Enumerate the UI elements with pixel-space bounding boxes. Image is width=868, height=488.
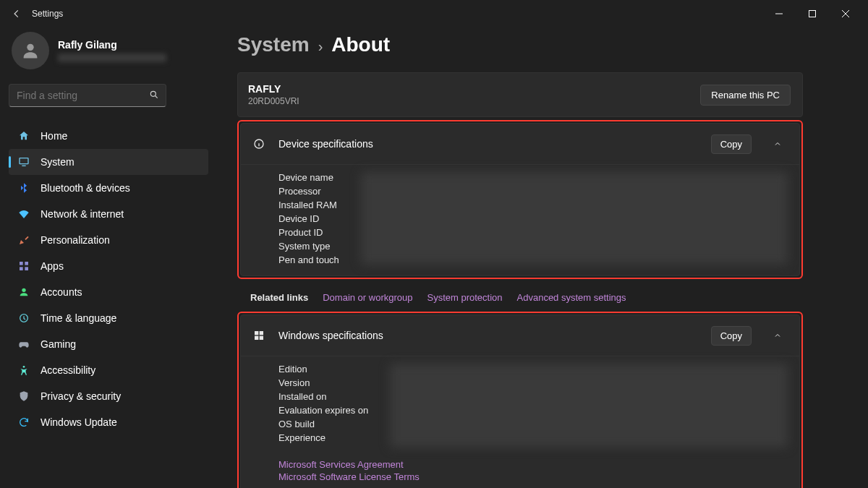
nav-home[interactable]: Home	[9, 123, 208, 149]
related-links-label: Related links	[250, 292, 308, 303]
breadcrumb: System › About	[237, 33, 803, 56]
nav-label: System	[41, 156, 75, 168]
svg-point-8	[22, 288, 25, 292]
spec-label: Device ID	[278, 213, 339, 224]
pc-info-block: RAFLY 20RD005VRI Rename this PC	[237, 72, 803, 117]
copy-windows-button[interactable]: Copy	[711, 326, 752, 346]
svg-rect-3	[20, 158, 28, 164]
svg-rect-12	[255, 331, 258, 335]
rename-pc-button[interactable]: Rename this PC	[700, 85, 791, 106]
minimize-button[interactable]	[762, 2, 796, 25]
accessibility-icon	[17, 364, 30, 377]
spec-label: Version	[278, 377, 368, 388]
spec-label: Processor	[278, 186, 339, 197]
personalization-icon	[17, 234, 30, 247]
nav-network[interactable]: Network & internet	[9, 201, 208, 227]
apps-icon	[17, 260, 30, 273]
spec-label: OS build	[278, 419, 368, 429]
user-profile[interactable]: Rafly Gilang	[9, 30, 208, 71]
time-icon	[17, 312, 30, 325]
device-specs-group: Device specifications Copy Device name P…	[237, 120, 803, 279]
nav-accessibility[interactable]: Accessibility	[9, 357, 208, 383]
gaming-icon	[17, 338, 30, 351]
spec-label: Experience	[278, 432, 368, 443]
pc-model: 20RD005VRI	[248, 96, 299, 106]
svg-rect-15	[260, 336, 263, 340]
nav-windows-update[interactable]: Windows Update	[9, 409, 208, 435]
spec-label: Product ID	[278, 227, 339, 238]
home-icon	[17, 129, 30, 142]
nav-personalization[interactable]: Personalization	[9, 227, 208, 253]
svg-point-10	[23, 366, 25, 368]
info-icon	[252, 138, 265, 150]
windows-specs-group: Windows specifications Copy Edition Vers…	[237, 312, 803, 488]
nav-label: Accessibility	[41, 364, 95, 376]
nav-label: Windows Update	[41, 416, 117, 428]
search-input[interactable]	[9, 84, 166, 107]
bluetooth-icon	[17, 181, 30, 194]
back-button[interactable]	[6, 3, 27, 25]
svg-rect-7	[25, 267, 28, 270]
svg-rect-4	[20, 262, 23, 265]
windows-icon	[252, 330, 265, 341]
chevron-right-icon: ›	[318, 38, 323, 55]
privacy-icon	[17, 390, 30, 403]
device-spec-labels: Device name Processor Installed RAM Devi…	[278, 172, 339, 265]
link-ms-services-agreement[interactable]: Microsoft Services Agreement	[278, 459, 788, 470]
content: System › About RAFLY 20RD005VRI Rename t…	[217, 27, 868, 488]
svg-rect-5	[25, 262, 28, 265]
link-advanced-system-settings[interactable]: Advanced system settings	[517, 292, 626, 303]
user-name: Rafly Gilang	[58, 39, 166, 51]
nav-privacy[interactable]: Privacy & security	[9, 383, 208, 409]
titlebar: Settings	[0, 0, 868, 27]
accounts-icon	[17, 286, 30, 299]
app-title: Settings	[32, 9, 63, 19]
nav-label: Home	[41, 130, 67, 142]
svg-rect-14	[255, 336, 258, 340]
nav-bluetooth[interactable]: Bluetooth & devices	[9, 175, 208, 201]
nav-label: Personalization	[41, 234, 110, 246]
network-icon	[17, 207, 30, 221]
svg-point-1	[27, 44, 33, 51]
link-domain-workgroup[interactable]: Domain or workgroup	[323, 292, 412, 303]
spec-label: Pen and touch	[278, 254, 339, 265]
maximize-button[interactable]	[796, 2, 829, 25]
device-spec-values-redacted	[361, 172, 788, 265]
nav-label: Network & internet	[41, 208, 124, 220]
nav-time-language[interactable]: Time & language	[9, 305, 208, 331]
nav-apps[interactable]: Apps	[9, 253, 208, 279]
spec-label: Device name	[278, 172, 339, 183]
spec-label: Installed RAM	[278, 200, 339, 210]
nav-system[interactable]: System	[9, 149, 208, 175]
svg-rect-13	[260, 331, 263, 335]
nav: Home System Bluetooth & devices Network …	[9, 123, 208, 435]
svg-rect-6	[20, 267, 23, 270]
search-box	[9, 84, 208, 107]
nav-label: Bluetooth & devices	[41, 182, 130, 194]
nav-label: Time & language	[41, 312, 116, 324]
nav-label: Gaming	[41, 338, 76, 350]
link-ms-license-terms[interactable]: Microsoft Software License Terms	[278, 471, 788, 482]
spec-label: Edition	[278, 364, 368, 374]
device-specs-title: Device specifications	[278, 138, 698, 150]
avatar	[12, 32, 49, 69]
collapse-windows-button[interactable]	[767, 325, 788, 346]
nav-gaming[interactable]: Gaming	[9, 331, 208, 357]
link-system-protection[interactable]: System protection	[427, 292, 502, 303]
spec-label: System type	[278, 241, 339, 252]
copy-device-button[interactable]: Copy	[711, 134, 752, 154]
svg-rect-0	[809, 11, 816, 17]
sidebar: Rafly Gilang Home System Bluetooth & dev…	[0, 27, 217, 488]
windows-specs-title: Windows specifications	[278, 330, 698, 341]
close-button[interactable]	[829, 2, 862, 25]
window-controls	[762, 2, 862, 25]
system-icon	[17, 155, 30, 168]
user-email-redacted	[58, 53, 166, 62]
nav-accounts[interactable]: Accounts	[9, 279, 208, 305]
pc-name: RAFLY	[248, 83, 299, 95]
spec-label: Installed on	[278, 391, 368, 402]
collapse-device-button[interactable]	[767, 134, 788, 154]
breadcrumb-parent[interactable]: System	[237, 33, 310, 56]
windows-spec-labels: Edition Version Installed on Evaluation …	[278, 364, 368, 448]
nav-label: Accounts	[41, 286, 82, 298]
